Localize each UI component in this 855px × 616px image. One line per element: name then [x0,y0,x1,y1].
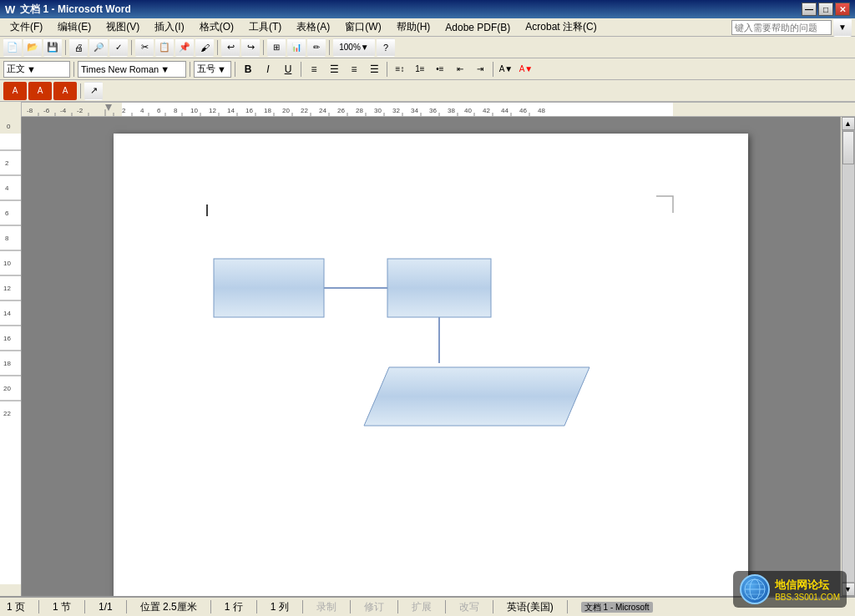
document-area[interactable] [22,117,840,596]
font-color-button[interactable]: A▼ [517,60,535,78]
menu-file[interactable]: 文件(F) [3,18,49,36]
numbered-list-button[interactable]: 1≡ [411,60,429,78]
bullet-list-button[interactable]: •≡ [431,60,449,78]
format-painter-button[interactable]: 🖌 [195,38,214,57]
new-button[interactable]: 📄 [3,38,22,57]
svg-text:40: 40 [464,107,472,114]
svg-text:6: 6 [5,210,9,217]
right-scrollbar[interactable]: ▲ ▼ [840,117,855,596]
print-preview-button[interactable]: 🔎 [89,38,108,57]
extra-btn1[interactable]: ↗ [84,82,103,100]
zoom-dropdown[interactable]: 100%▼ [333,38,375,57]
svg-text:10: 10 [190,107,198,114]
underline-button[interactable]: U [279,60,297,78]
svg-text:-4: -4 [60,107,67,114]
extra-toolbar: A A A ↗ [0,80,855,102]
fmt-sep6 [493,62,493,77]
redo-button[interactable]: ↪ [241,38,260,57]
svg-text:46: 46 [519,107,527,114]
increase-indent-button[interactable]: ⇥ [471,60,489,78]
fmt-sep1 [73,62,74,77]
format-toolbar: 正文▼ Times New Roman▼ 五号▼ B I U ≡ ☰ ≡ ☰ ≡… [0,58,855,80]
svg-text:0: 0 [7,123,11,130]
window-title: 文档 1 - Microsoft Word [20,3,130,17]
line-spacing-button[interactable]: ≡↕ [391,60,409,78]
watermark-main-text: 地信网论坛 [775,578,840,593]
scroll-up-button[interactable]: ▲ [842,117,855,130]
size-selector[interactable]: 五号▼ [194,61,231,78]
svg-text:38: 38 [448,107,455,114]
print-button[interactable]: 🖨 [69,38,88,57]
status-revise: 修订 [364,600,384,614]
menu-insert[interactable]: 插入(I) [148,18,190,36]
menu-format[interactable]: 格式(O) [193,18,240,36]
help-search-area: ▼ [731,18,852,37]
status-doc-title: 文档 1 - Microsoft [581,601,653,613]
insert-chart-button[interactable]: 📊 [287,38,306,57]
adobe-btn2[interactable]: A [28,82,52,100]
align-right-button[interactable]: ≡ [345,60,363,78]
italic-button[interactable]: I [259,60,277,78]
menu-adobe-pdf[interactable]: Adobe PDF(B) [438,20,517,35]
drawing-button[interactable]: ✏ [307,38,326,57]
menu-tools[interactable]: 工具(T) [242,18,288,36]
status-sep5 [256,600,257,613]
vertical-ruler-svg: 0 2 4 6 8 10 12 14 16 18 20 [0,117,22,596]
highlight-button[interactable]: A▼ [497,60,515,78]
status-sep7 [350,600,351,613]
save-button[interactable]: 💾 [43,38,62,57]
menu-edit[interactable]: 编辑(E) [51,18,98,36]
adobe-btn3[interactable]: A [53,82,77,100]
fmt-sep5 [387,62,387,77]
spell-button[interactable]: ✓ [109,38,128,57]
close-button[interactable]: ✕ [835,3,850,16]
align-left-button[interactable]: ≡ [305,60,323,78]
svg-text:18: 18 [3,360,11,367]
svg-rect-89 [387,259,491,317]
help-search-button[interactable]: ▼ [833,18,852,37]
justify-button[interactable]: ☰ [365,60,383,78]
insert-table-button[interactable]: ⊞ [267,38,286,57]
svg-text:4: 4 [5,184,9,192]
status-extend: 扩展 [412,600,432,614]
title-bar: W 文档 1 - Microsoft Word — □ ✕ [0,0,855,18]
watermark-globe-icon [740,574,770,604]
menu-window[interactable]: 窗口(W) [338,18,387,36]
svg-text:14: 14 [227,107,235,114]
minimize-button[interactable]: — [802,3,817,16]
scroll-track[interactable] [842,130,855,583]
adobe-btn1[interactable]: A [3,82,27,100]
menu-acrobat[interactable]: Acrobat 注释(C) [519,18,603,36]
status-bar: 1 页 1 节 1/1 位置 2.5厘米 1 行 1 列 录制 修订 扩展 改写… [0,596,855,616]
svg-text:8: 8 [174,107,178,114]
svg-text:16: 16 [245,107,253,114]
style-selector[interactable]: 正文▼ [3,61,70,78]
status-row: 1 行 [225,600,243,614]
bold-button[interactable]: B [239,60,257,78]
status-col: 1 列 [271,600,289,614]
copy-button[interactable]: 📋 [155,38,174,57]
svg-text:22: 22 [3,410,11,417]
paste-button[interactable]: 📌 [175,38,194,57]
scroll-thumb[interactable] [842,131,854,164]
cut-button[interactable]: ✂ [135,38,154,57]
menu-view[interactable]: 视图(V) [99,18,146,36]
font-selector[interactable]: Times New Roman▼ [78,61,186,78]
menu-table[interactable]: 表格(A) [290,18,336,36]
svg-text:12: 12 [209,107,216,114]
open-button[interactable]: 📂 [23,38,42,57]
status-sep10 [493,600,493,613]
globe-svg [743,578,766,601]
svg-text:-8: -8 [27,107,33,114]
status-sep2 [84,600,85,613]
maximize-button[interactable]: □ [818,3,833,16]
help-button[interactable]: ? [377,38,395,57]
undo-button[interactable]: ↩ [221,38,240,57]
help-search-input[interactable] [731,20,832,35]
document-page [114,134,748,596]
menu-help[interactable]: 帮助(H) [390,18,438,36]
align-center-button[interactable]: ☰ [325,60,343,78]
svg-text:20: 20 [3,385,11,392]
main-area: 0 2 4 6 8 10 12 14 16 18 20 [0,117,855,596]
decrease-indent-button[interactable]: ⇤ [451,60,469,78]
